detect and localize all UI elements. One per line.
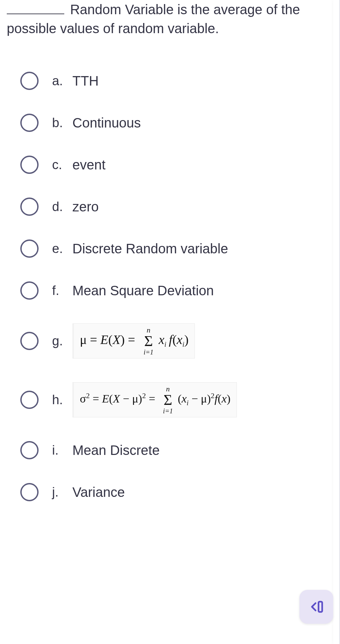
option-label: Discrete Random variable [72, 241, 333, 256]
option-label: Continuous [72, 115, 333, 131]
option-h[interactable]: h. σ2 = E(X − μ)2 = nΣi=1 (xi − μ)2f(x) [20, 382, 333, 417]
option-letter: a. [52, 74, 72, 88]
option-d[interactable]: d. zero [20, 198, 333, 216]
formula-variance: σ2 = E(X − μ)2 = nΣi=1 (xi − μ)2f(x) [72, 382, 237, 417]
options-list: a. TTH b. Continuous c. event d. zero e.… [0, 72, 340, 501]
svg-rect-0 [319, 602, 322, 612]
option-letter: g. [52, 334, 72, 348]
option-label: σ2 = E(X − μ)2 = nΣi=1 (xi − μ)2f(x) [72, 382, 333, 417]
option-i[interactable]: i. Mean Discrete [20, 441, 333, 459]
option-letter: c. [52, 158, 72, 172]
collapse-right-icon [308, 598, 325, 616]
radio-icon[interactable] [20, 281, 39, 300]
radio-icon[interactable] [20, 441, 39, 459]
radio-icon[interactable] [20, 114, 39, 132]
option-letter: b. [52, 116, 72, 130]
formula-mean: μ = E(X) = nΣi=1 xi f(xi) [72, 323, 195, 359]
radio-icon[interactable] [20, 198, 39, 216]
option-label: TTH [72, 73, 333, 89]
option-c[interactable]: c. event [20, 156, 333, 174]
option-label: μ = E(X) = nΣi=1 xi f(xi) [72, 323, 333, 359]
radio-icon[interactable] [20, 156, 39, 174]
option-e[interactable]: e. Discrete Random variable [20, 239, 333, 258]
blank-field [7, 3, 64, 14]
radio-icon[interactable] [20, 483, 39, 501]
option-label: zero [72, 199, 333, 214]
option-letter: e. [52, 242, 72, 256]
option-letter: f. [52, 283, 72, 298]
option-letter: d. [52, 200, 72, 214]
option-label: Mean Discrete [72, 443, 333, 458]
option-label: event [72, 157, 333, 172]
option-b[interactable]: b. Continuous [20, 114, 333, 132]
radio-icon[interactable] [20, 72, 39, 90]
radio-icon[interactable] [20, 239, 39, 258]
option-a[interactable]: a. TTH [20, 72, 333, 90]
option-j[interactable]: j. Variance [20, 483, 333, 501]
option-g[interactable]: g. μ = E(X) = nΣi=1 xi f(xi) [20, 323, 333, 359]
collapse-button[interactable] [299, 590, 333, 624]
option-letter: j. [52, 485, 72, 500]
option-letter: i. [52, 443, 72, 458]
option-f[interactable]: f. Mean Square Deviation [20, 281, 333, 300]
right-panel-edge [333, 0, 340, 644]
question-text: Random Variable is the average of the po… [0, 0, 340, 48]
radio-icon[interactable] [20, 332, 39, 350]
radio-icon[interactable] [20, 391, 39, 409]
option-label: Variance [72, 485, 333, 500]
option-label: Mean Square Deviation [72, 283, 333, 298]
option-letter: h. [52, 393, 72, 407]
